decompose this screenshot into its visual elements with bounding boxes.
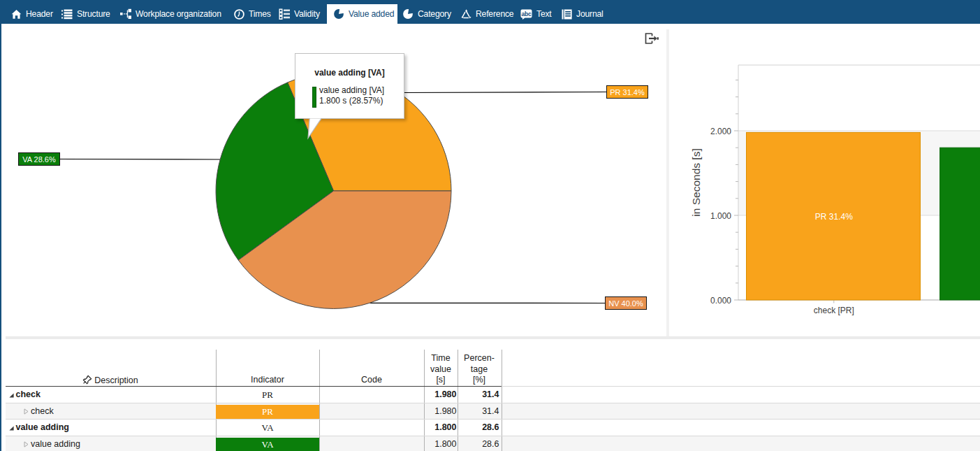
svg-text:PR 31.4%: PR 31.4% xyxy=(815,212,853,222)
svg-text:2.000: 2.000 xyxy=(710,127,731,136)
svg-text:check [PR]: check [PR] xyxy=(814,306,854,315)
svg-text:1.000: 1.000 xyxy=(710,211,731,221)
svg-text:abc: abc xyxy=(521,10,532,17)
svg-text:0.000: 0.000 xyxy=(710,296,731,306)
svg-text:in Seconds [s]: in Seconds [s] xyxy=(690,148,702,216)
